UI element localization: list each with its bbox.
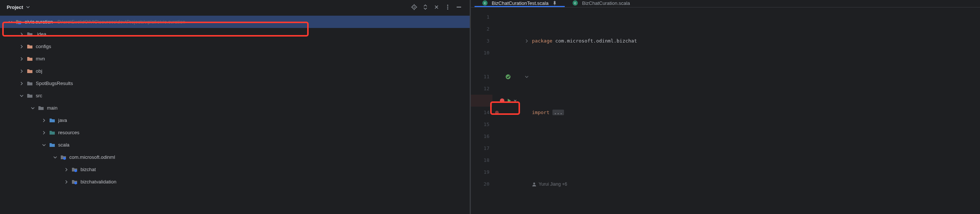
svg-point-16	[500, 98, 504, 103]
tree-row[interactable]: .idea	[0, 28, 470, 40]
tree-row[interactable]: com.microsoft.odinml	[0, 151, 470, 163]
project-tree[interactable]: oivic.curation D:\src\EuclidOIVIC\source…	[0, 14, 470, 214]
chevron-down-icon[interactable]	[30, 106, 35, 110]
line-no[interactable]	[471, 59, 492, 71]
svg-point-15	[506, 75, 511, 80]
chevron-right-icon[interactable]	[42, 131, 46, 135]
code-body[interactable]: package com.microsoft.odinml.bizchat imp…	[530, 9, 980, 214]
folder-icon	[27, 93, 33, 99]
folder-orange-icon	[27, 56, 33, 62]
tree-row[interactable]: configs	[0, 40, 470, 53]
tree-item-label: bizchat	[81, 167, 96, 172]
pin-icon[interactable]	[552, 0, 557, 6]
svg-rect-6	[18, 22, 21, 24]
tree-item-label: main	[47, 105, 57, 111]
line-gutter: 1 2 3 10 11 12 14 15 16 17 18 19 20	[471, 9, 492, 214]
tree-item-label: bizchatvalidation	[81, 179, 116, 185]
tree-root-row[interactable]: oivic.curation D:\src\EuclidOIVIC\source…	[0, 16, 470, 28]
line-no[interactable]: 11	[471, 71, 492, 83]
tree-row[interactable]: SpotBugsResults	[0, 77, 470, 89]
hide-icon[interactable]	[455, 3, 463, 11]
gutter-markers	[492, 9, 524, 214]
svg-point-17	[495, 111, 499, 115]
tree-item-label: resources	[58, 130, 80, 135]
chevron-right-icon[interactable]	[19, 81, 24, 86]
run-test-icon[interactable]	[507, 98, 511, 103]
line-no[interactable]: 18	[471, 154, 492, 166]
line-no[interactable]: 15	[471, 118, 492, 131]
line-no[interactable]: 20	[471, 178, 492, 190]
chevron-right-icon[interactable]	[42, 118, 46, 123]
project-title[interactable]: Project	[7, 5, 23, 10]
more-icon[interactable]	[444, 3, 452, 11]
expand-collapse-icon[interactable]	[421, 3, 430, 11]
locate-icon[interactable]	[410, 3, 418, 11]
code-editor[interactable]: 1 2 3 10 11 12 14 15 16 17 18 19 20	[471, 8, 980, 214]
collapse-all-icon[interactable]	[433, 3, 441, 11]
tree-row[interactable]: bizchat	[0, 163, 470, 176]
tree-item-label: java	[58, 117, 67, 123]
line-no[interactable]: 14	[471, 107, 492, 118]
run-menu-chevron-icon[interactable]	[514, 99, 517, 102]
line-no[interactable]: 16	[471, 131, 492, 142]
chevron-right-icon[interactable]	[64, 168, 68, 172]
chevron-down-icon[interactable]	[19, 94, 24, 98]
package-icon	[72, 179, 78, 185]
tree-row[interactable]: java	[0, 114, 470, 126]
tree-item-label: obj	[36, 68, 42, 74]
tree-row[interactable]: scala	[0, 139, 470, 151]
svg-point-7	[64, 157, 66, 160]
person-icon	[532, 182, 536, 187]
kw-package: package	[532, 38, 552, 44]
tree-item-label: src	[36, 93, 42, 98]
editor-tab[interactable]: c BizChatCuration.scala	[565, 0, 638, 7]
svg-rect-5	[457, 7, 461, 8]
chevron-down-icon[interactable]	[26, 5, 30, 9]
line-no[interactable]: 2	[471, 23, 492, 35]
scala-file-icon: c	[482, 0, 488, 6]
editor-pane: c BizChatCurationTest.scala c BizChatCur…	[471, 0, 980, 214]
line-no[interactable]	[471, 95, 492, 107]
line-no[interactable]: 12	[471, 83, 492, 95]
editor-tab-active[interactable]: c BizChatCurationTest.scala	[474, 0, 565, 7]
line-no[interactable]: 3	[471, 35, 492, 47]
author-hint[interactable]: Yurui Jiang +6	[530, 178, 980, 190]
line-no[interactable]: 17	[471, 142, 492, 154]
svg-point-3	[447, 7, 449, 8]
breakpoint-disabled-icon[interactable]	[495, 110, 499, 115]
tree-row[interactable]: src	[0, 89, 470, 102]
run-class-icon[interactable]	[492, 71, 524, 83]
tree-root-name: oivic.curation	[25, 19, 53, 25]
source-folder-icon	[49, 142, 55, 148]
tree-row[interactable]: mvn	[0, 53, 470, 65]
tab-label: BizChatCurationTest.scala	[492, 0, 548, 6]
svg-point-2	[447, 5, 449, 6]
fold-expand-icon[interactable]	[524, 35, 530, 47]
chevron-right-icon[interactable]	[19, 32, 24, 37]
tree-row[interactable]: bizchatvalidation	[0, 176, 470, 188]
code-text: com.microsoft.odinml.bizchat	[552, 38, 637, 44]
folder-orange-icon	[27, 44, 33, 50]
chevron-down-icon[interactable]	[42, 143, 46, 147]
module-folder-icon	[16, 19, 22, 25]
chevron-right-icon[interactable]	[19, 45, 24, 49]
line-no[interactable]: 19	[471, 166, 492, 178]
chevron-down-icon[interactable]	[53, 155, 57, 160]
tree-row[interactable]: obj	[0, 65, 470, 77]
tree-row[interactable]: main	[0, 102, 470, 114]
tree-row[interactable]: resources	[0, 126, 470, 139]
line-no[interactable]: 1	[471, 11, 492, 23]
chevron-down-icon[interactable]	[8, 20, 13, 24]
svg-point-8	[75, 169, 77, 172]
folded-imports[interactable]: ...	[552, 110, 564, 115]
tree-item-label: .idea	[36, 31, 46, 37]
folder-icon	[27, 80, 33, 86]
chevron-right-icon[interactable]	[19, 69, 24, 73]
line-no[interactable]: 10	[471, 47, 492, 59]
fold-collapse-icon[interactable]	[524, 71, 530, 83]
chevron-right-icon[interactable]	[64, 180, 68, 184]
scala-file-icon: c	[572, 0, 578, 6]
breakpoint-icon[interactable]	[500, 98, 505, 103]
chevron-right-icon[interactable]	[19, 57, 24, 61]
svg-point-18	[533, 183, 535, 185]
